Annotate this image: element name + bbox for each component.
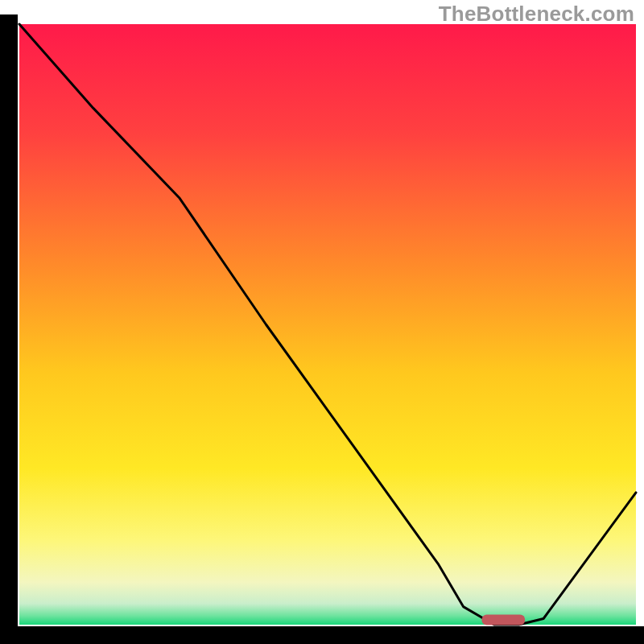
minimum-marker	[482, 615, 526, 625]
bottleneck-chart	[0, 0, 644, 644]
chart-container: TheBottleneck.com	[0, 0, 644, 644]
watermark-text: TheBottleneck.com	[439, 2, 634, 27]
gradient-background	[19, 24, 636, 625]
